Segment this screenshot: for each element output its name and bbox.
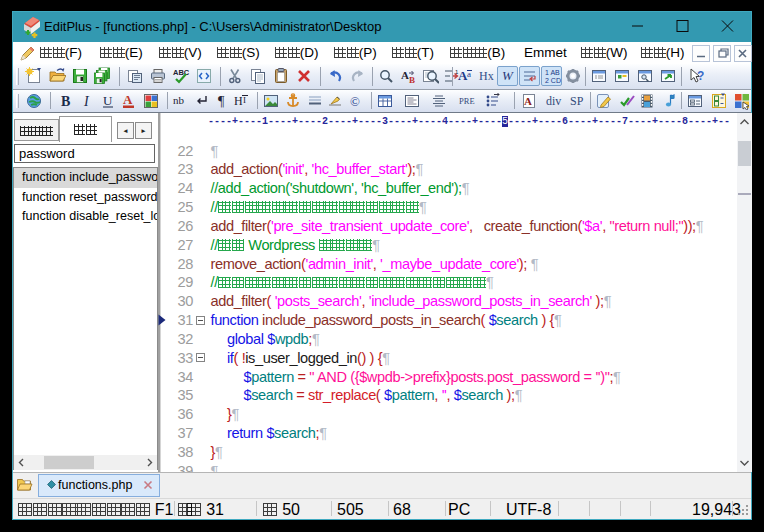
svg-text:Hx: Hx — [479, 69, 494, 83]
svg-text:A: A — [524, 95, 532, 107]
svg-text:B: B — [409, 75, 415, 85]
svg-text:A: A — [401, 69, 409, 81]
svg-text:nb: nb — [173, 94, 185, 106]
svg-text:H: H — [234, 94, 243, 108]
svg-text:?: ? — [697, 69, 704, 83]
svg-text:PRE: PRE — [459, 96, 475, 106]
svg-text:I: I — [83, 94, 90, 109]
svg-text:div: div — [546, 94, 561, 108]
svg-text:A: A — [123, 92, 133, 107]
svg-text:2 CD: 2 CD — [545, 77, 561, 84]
svg-text:¶: ¶ — [218, 94, 225, 109]
svg-text:I: I — [243, 95, 246, 105]
svg-text:SP: SP — [570, 94, 584, 108]
svg-text:1 AB: 1 AB — [545, 69, 560, 76]
svg-text:U: U — [103, 93, 113, 108]
svg-text:©: © — [350, 94, 360, 109]
svg-text:W: W — [502, 68, 514, 83]
svg-text:B: B — [61, 94, 70, 109]
svg-text:ABC: ABC — [173, 68, 190, 77]
